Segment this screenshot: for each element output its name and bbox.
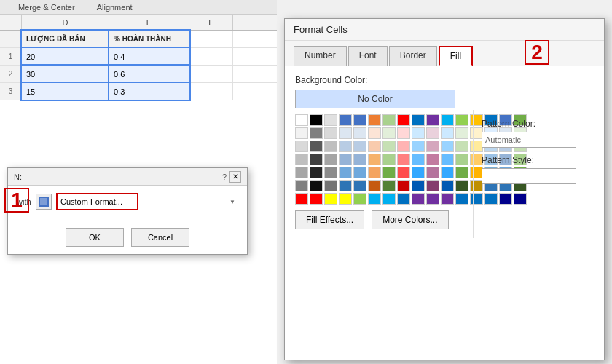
color-swatch[interactable] (295, 141, 308, 152)
color-swatch[interactable] (412, 167, 425, 178)
color-swatch[interactable] (382, 114, 396, 126)
close-button[interactable]: ✕ (230, 171, 241, 183)
color-swatch[interactable] (339, 193, 352, 205)
color-swatch[interactable] (339, 180, 352, 191)
color-swatch[interactable] (426, 127, 439, 139)
color-swatch[interactable] (382, 193, 396, 205)
more-colors-button[interactable]: More Colors... (372, 210, 448, 229)
color-swatch[interactable] (324, 180, 337, 191)
color-swatch[interactable] (499, 193, 512, 205)
color-swatch[interactable] (426, 180, 439, 191)
color-swatch[interactable] (455, 154, 468, 165)
format-select[interactable]: Custom Format... (56, 193, 138, 210)
color-swatch[interactable] (368, 141, 381, 152)
color-swatch[interactable] (324, 114, 337, 126)
color-swatch[interactable] (368, 167, 381, 178)
pattern-color-box[interactable]: Automatic (482, 132, 576, 148)
color-swatch[interactable] (353, 154, 366, 165)
color-swatch[interactable] (441, 127, 454, 139)
color-swatch[interactable] (368, 154, 381, 165)
color-swatch[interactable] (324, 141, 337, 152)
color-swatch[interactable] (426, 154, 439, 165)
color-swatch[interactable] (310, 114, 323, 126)
color-swatch[interactable] (412, 127, 425, 139)
color-swatch[interactable] (324, 167, 337, 178)
color-swatch[interactable] (310, 180, 323, 191)
color-swatch[interactable] (295, 127, 308, 139)
color-swatch[interactable] (514, 193, 527, 205)
color-swatch[interactable] (368, 114, 381, 126)
color-swatch[interactable] (470, 193, 483, 205)
color-swatch[interactable] (295, 167, 308, 178)
color-swatch[interactable] (324, 127, 337, 139)
color-swatch[interactable] (397, 127, 410, 139)
color-swatch[interactable] (484, 193, 498, 205)
tab-fill[interactable]: Fill (439, 46, 473, 66)
color-swatch[interactable] (426, 114, 439, 126)
color-swatch[interactable] (295, 154, 308, 165)
color-swatch[interactable] (441, 180, 454, 191)
color-swatch[interactable] (339, 114, 352, 126)
color-swatch[interactable] (310, 141, 323, 152)
color-swatch[interactable] (441, 154, 454, 165)
color-swatch[interactable] (441, 141, 454, 152)
color-swatch[interactable] (368, 180, 381, 191)
color-swatch[interactable] (339, 141, 352, 152)
color-swatch[interactable] (397, 154, 410, 165)
color-swatch[interactable] (455, 127, 468, 139)
color-swatch[interactable] (426, 193, 439, 205)
no-color-button[interactable]: No Color (295, 90, 455, 108)
color-swatch[interactable] (441, 167, 454, 178)
color-swatch[interactable] (368, 127, 381, 139)
color-swatch[interactable] (295, 180, 308, 191)
fill-effects-button[interactable]: Fill Effects... (295, 210, 364, 229)
color-swatch[interactable] (339, 154, 352, 165)
color-swatch[interactable] (382, 154, 396, 165)
color-swatch[interactable] (295, 114, 308, 126)
color-swatch[interactable] (397, 167, 410, 178)
color-swatch[interactable] (339, 127, 352, 139)
color-swatch[interactable] (353, 167, 366, 178)
color-swatch[interactable] (310, 154, 323, 165)
color-swatch[interactable] (382, 141, 396, 152)
color-swatch[interactable] (455, 114, 468, 126)
color-swatch[interactable] (382, 180, 396, 191)
color-swatch[interactable] (353, 180, 366, 191)
ok-button[interactable]: OK (66, 228, 124, 247)
color-swatch[interactable] (353, 141, 366, 152)
color-swatch[interactable] (324, 154, 337, 165)
color-swatch[interactable] (353, 114, 366, 126)
tab-border[interactable]: Border (389, 46, 437, 66)
tab-number[interactable]: Number (294, 46, 347, 66)
color-swatch[interactable] (412, 180, 425, 191)
color-swatch[interactable] (412, 154, 425, 165)
color-swatch[interactable] (353, 193, 366, 205)
tab-font[interactable]: Font (348, 46, 388, 66)
color-swatch[interactable] (426, 141, 439, 152)
color-swatch[interactable] (455, 193, 468, 205)
color-swatch[interactable] (339, 167, 352, 178)
color-swatch[interactable] (324, 193, 337, 205)
color-swatch[interactable] (382, 167, 396, 178)
color-swatch[interactable] (426, 167, 439, 178)
color-swatch[interactable] (353, 127, 366, 139)
color-swatch[interactable] (397, 114, 410, 126)
color-swatch[interactable] (441, 193, 454, 205)
color-swatch[interactable] (295, 193, 308, 205)
color-swatch[interactable] (310, 127, 323, 139)
color-swatch[interactable] (310, 167, 323, 178)
cancel-button[interactable]: Cancel (131, 228, 189, 247)
color-swatch[interactable] (412, 193, 425, 205)
color-swatch[interactable] (412, 114, 425, 126)
pattern-style-box[interactable] (482, 168, 576, 184)
color-swatch[interactable] (368, 193, 381, 205)
color-swatch[interactable] (455, 167, 468, 178)
color-swatch[interactable] (382, 127, 396, 139)
color-swatch[interactable] (397, 193, 410, 205)
color-swatch[interactable] (455, 141, 468, 152)
color-swatch[interactable] (455, 180, 468, 191)
color-swatch[interactable] (397, 141, 410, 152)
color-swatch[interactable] (441, 114, 454, 126)
color-swatch[interactable] (412, 141, 425, 152)
color-swatch[interactable] (310, 193, 323, 205)
